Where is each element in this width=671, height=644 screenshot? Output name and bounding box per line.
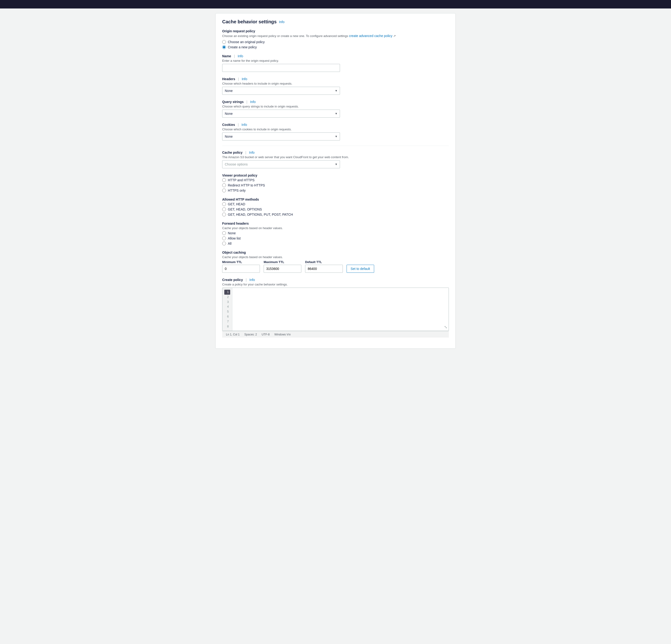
query-strings-select[interactable]: None Whitelist All [222,110,340,117]
origin-request-policy-section: Origin request policy Choose an existing… [222,29,449,49]
name-desc: Enter a name for the origin request poli… [222,59,449,62]
name-label: Name [222,54,231,58]
radio-fwd-none[interactable]: None [222,231,449,235]
line-number-3: 3 [224,300,230,305]
headers-label-row: Headers | Info [222,77,449,81]
radio-get-head-options-all[interactable]: GET, HEAD, OPTIONS, PUT, POST, PATCH [222,213,449,216]
name-label-row: Name | Info [222,54,449,58]
cookies-info-link[interactable]: Info [241,123,247,127]
forward-headers-title: Forward headers [222,222,449,225]
line-number-1: 1 [224,290,230,295]
create-policy-label: Create policy [222,278,243,282]
code-content-area[interactable] [232,288,448,331]
line-number-5: 5 [224,309,230,314]
radio-https-only-label: HTTPS only [228,189,245,193]
radio-get-head-options-all-label: GET, HEAD, OPTIONS, PUT, POST, PATCH [228,213,293,216]
forward-headers-radio-group: None Allow list All [222,231,449,245]
card-info-link[interactable]: Info [279,20,284,24]
radio-fwd-none-input[interactable] [222,231,226,235]
divider-1 [222,146,449,146]
cookies-label-row: Cookies | Info [222,123,449,127]
create-policy-section: Create policy | Info Create a policy for… [222,278,449,337]
radio-fwd-all-label: All [228,242,232,245]
card-title-row: Cache behavior settings Info [222,19,449,25]
cache-behavior-card: Cache behavior settings Info Origin requ… [215,13,456,349]
cache-policy-section: Cache policy | Info The Amazon S3 bucket… [222,151,449,168]
radio-get-head-options[interactable]: GET, HEAD, OPTIONS [222,208,449,211]
radio-choose-original-label: Choose an original policy [228,40,265,44]
query-strings-label-row: Query strings | Info [222,100,449,104]
origin-policy-radio-group: Choose an original policy Create a new p… [222,40,449,49]
radio-redirect-http-input[interactable] [222,183,226,187]
radio-redirect-http[interactable]: Redirect HTTP to HTTPS [222,183,449,187]
radio-https-only[interactable]: HTTPS only [222,189,449,193]
line-number-7: 7 [224,319,230,324]
card-title-text: Cache behavior settings [222,19,277,25]
headers-label: Headers [222,77,235,81]
radio-create-new-label: Create a new policy [228,45,257,49]
radio-get-head-options-input[interactable] [222,208,226,211]
viewer-protocol-policy-section: Viewer protocol policy HTTP and HTTPS Re… [222,173,449,193]
headers-select-wrapper: None Whitelist All ▼ [222,87,340,95]
cache-policy-desc: The Amazon S3 bucket or web server that … [222,155,449,159]
radio-create-new-input[interactable] [222,45,226,49]
default-ttl-field: Default TTL [305,260,343,273]
line-number-8: 8 [224,324,230,329]
query-strings-desc: Choose which query strings to include in… [222,105,449,108]
radio-fwd-allow-list[interactable]: Allow list [222,236,449,240]
top-navigation-bar [0,0,671,9]
cache-policy-info-link[interactable]: Info [249,151,254,154]
allowed-http-methods-radio-group: GET, HEAD GET, HEAD, OPTIONS GET, HEAD, … [222,202,449,216]
line-number-6: 6 [224,314,230,319]
create-policy-info-link[interactable]: Info [250,278,255,282]
minimum-ttl-input[interactable] [222,265,260,273]
radio-get-head-label: GET, HEAD [228,202,245,206]
name-info-link[interactable]: Info [238,54,243,58]
object-caching-section: Object caching Cache your objects based … [222,250,449,273]
viewer-protocol-policy-title: Viewer protocol policy [222,173,449,177]
name-input[interactable] [222,64,340,72]
create-advanced-cache-link[interactable]: create advanced cache policy [349,34,392,38]
viewer-protocol-radio-group: HTTP and HTTPS Redirect HTTP to HTTPS HT… [222,178,449,193]
cookies-select-wrapper: None Whitelist All ▼ [222,133,340,140]
radio-choose-original-input[interactable] [222,40,226,44]
radio-http-https[interactable]: HTTP and HTTPS [222,178,449,182]
maximum-ttl-label: Maximum TTL [264,260,301,264]
radio-choose-original[interactable]: Choose an original policy [222,40,449,44]
radio-fwd-allow-list-label: Allow list [228,236,241,240]
code-editor[interactable]: 1 2 3 4 5 6 7 8 ⤡ [222,288,449,331]
default-ttl-label: Default TTL [305,260,343,264]
maximum-ttl-input[interactable] [264,265,301,273]
headers-info-link[interactable]: Info [242,77,247,81]
default-ttl-input[interactable] [305,265,343,273]
editor-status-bar: Ln 1, Col 1 Spaces: 2 UTF-8 Windows \r\n [222,331,449,337]
radio-http-https-input[interactable] [222,178,226,182]
expand-editor-icon[interactable]: ⤡ [444,325,447,329]
object-caching-title: Object caching [222,250,449,255]
radio-fwd-none-label: None [228,231,236,235]
cache-policy-select-wrapper: Choose options ▼ [222,160,340,168]
cache-policy-select[interactable]: Choose options [222,160,340,168]
query-strings-label: Query strings [222,100,244,104]
radio-fwd-all[interactable]: All [222,242,449,245]
line-number-2: 2 [224,295,230,300]
radio-fwd-all-input[interactable] [222,242,226,245]
status-spaces: Spaces: 2 [244,333,257,336]
minimum-ttl-label: Minimum TTL [222,260,260,264]
cookies-select[interactable]: None Whitelist All [222,133,340,140]
query-strings-info-link[interactable]: Info [250,100,256,104]
allowed-http-methods-title: Allowed HTTP methods [222,198,449,201]
status-line-ending: Windows \r\n [274,333,291,336]
radio-get-head[interactable]: GET, HEAD [222,202,449,206]
name-field-section: Name | Info Enter a name for the origin … [222,54,449,72]
set-to-default-button[interactable]: Set to default [346,265,374,273]
radio-get-head-options-all-input[interactable] [222,213,226,216]
status-ln-col: Ln 1, Col 1 [226,333,240,336]
radio-https-only-input[interactable] [222,189,226,193]
allowed-http-methods-section: Allowed HTTP methods GET, HEAD GET, HEAD… [222,198,449,216]
headers-field-section: Headers | Info Choose which headers to i… [222,77,449,95]
radio-fwd-allow-list-input[interactable] [222,236,226,240]
headers-select[interactable]: None Whitelist All [222,87,340,95]
radio-get-head-input[interactable] [222,202,226,206]
radio-create-new[interactable]: Create a new policy [222,45,449,49]
